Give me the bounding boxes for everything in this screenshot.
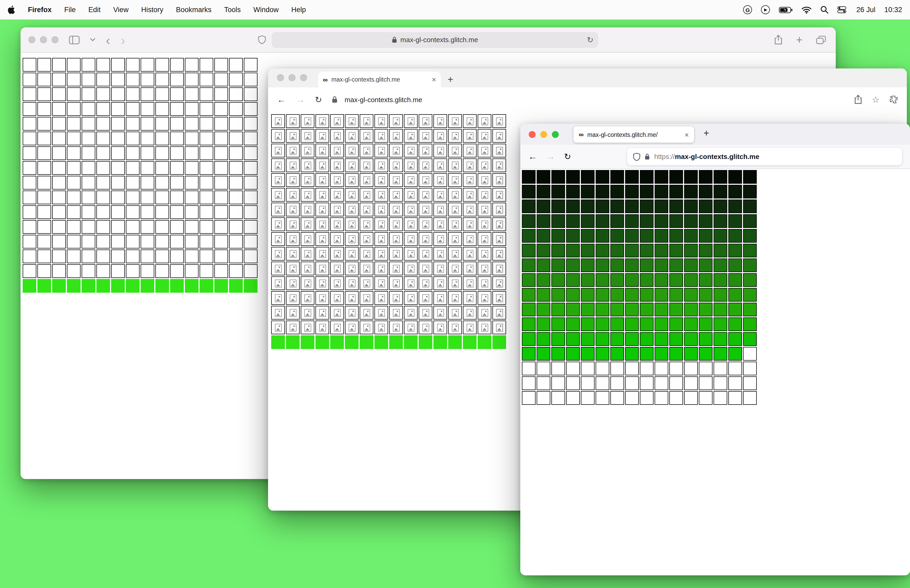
canvas-cell	[52, 176, 66, 189]
canvas-cell	[655, 347, 668, 360]
menu-item[interactable]: Tools	[224, 6, 241, 14]
forward-button[interactable]: ›	[121, 34, 125, 45]
menu-time[interactable]: 10:32	[884, 6, 902, 14]
now-playing-icon[interactable]	[761, 5, 770, 14]
zoom-window-button[interactable]	[300, 74, 307, 81]
broken-image-icon	[289, 250, 296, 258]
canvas-cell	[537, 185, 550, 199]
share-icon[interactable]	[774, 35, 782, 45]
minimize-window-button[interactable]	[40, 36, 47, 43]
forward-button[interactable]: →	[546, 152, 555, 161]
menu-item[interactable]: Window	[253, 6, 279, 14]
canvas-cell	[640, 303, 653, 317]
menu-item[interactable]: View	[113, 6, 128, 14]
privacy-shield-icon[interactable]	[258, 35, 266, 44]
canvas-cell	[419, 291, 432, 305]
apple-menu-icon[interactable]	[8, 5, 15, 14]
reload-button[interactable]: ↻	[315, 94, 322, 105]
canvas-cell	[714, 317, 727, 331]
back-button[interactable]: ←	[277, 95, 286, 104]
menu-item[interactable]: File	[64, 6, 76, 14]
tab-close-button[interactable]: ×	[432, 76, 436, 83]
canvas-cell	[433, 188, 447, 202]
tab-close-button[interactable]: ×	[685, 131, 689, 138]
url-field[interactable]: max-gl-contexts.glitch.me ↻	[272, 32, 598, 48]
broken-image-icon	[466, 147, 473, 155]
tracking-protection-shield-icon[interactable]	[633, 152, 641, 161]
new-tab-button[interactable]: +	[796, 34, 803, 45]
menu-app-name[interactable]: Firefox	[28, 6, 52, 14]
canvas-cell	[433, 173, 447, 187]
bookmark-star-icon[interactable]: ☆	[872, 94, 879, 105]
canvas-cell	[52, 279, 66, 293]
reload-button[interactable]: ↻	[564, 152, 571, 162]
broken-image-icon	[319, 205, 326, 213]
canvas-cell	[126, 176, 139, 189]
canvas-cell	[375, 291, 388, 305]
url-bar[interactable]: https:// max-gl-contexts.glitch.me	[627, 148, 902, 165]
chevron-down-icon[interactable]	[90, 38, 95, 42]
forward-button[interactable]: →	[296, 95, 305, 104]
close-window-button[interactable]	[28, 36, 35, 43]
close-window-button[interactable]	[277, 74, 284, 81]
menu-item[interactable]: Help	[291, 6, 306, 14]
canvas-cell	[655, 317, 668, 331]
control-center-icon[interactable]	[837, 6, 846, 13]
canvas-cell	[728, 244, 742, 257]
sidebar-icon[interactable]	[69, 36, 79, 44]
canvas-cell	[728, 185, 742, 199]
new-tab-button[interactable]: +	[703, 128, 709, 138]
canvas-cell	[96, 279, 110, 293]
share-icon[interactable]	[854, 95, 862, 104]
lock-icon[interactable]	[645, 153, 650, 160]
wifi-icon[interactable]	[802, 6, 811, 13]
zoom-window-button[interactable]	[52, 36, 58, 43]
canvas-cell	[301, 203, 314, 216]
back-button[interactable]: ‹	[106, 34, 110, 45]
canvas-cell	[155, 161, 169, 175]
grammarly-icon[interactable]: G	[743, 5, 752, 14]
broken-image-icon	[452, 117, 458, 125]
menu-item[interactable]: History	[141, 6, 163, 14]
canvas-cell	[214, 161, 228, 175]
browser-tab[interactable]: ∞ max-gl-contexts.glitch.me ×	[318, 72, 441, 87]
extensions-puzzle-icon[interactable]	[889, 95, 898, 104]
canvas-cell	[286, 173, 300, 187]
reload-button[interactable]: ↻	[587, 35, 593, 44]
battery-icon[interactable]	[779, 6, 792, 13]
menu-date[interactable]: 26 Jul	[856, 6, 875, 14]
canvas-cell	[478, 262, 491, 275]
canvas-cell	[714, 303, 727, 317]
back-button[interactable]: ←	[528, 152, 537, 161]
broken-image-icon	[363, 279, 370, 287]
broken-image-icon	[334, 191, 341, 199]
broken-image-icon	[275, 279, 281, 287]
canvas-cell	[23, 117, 36, 131]
canvas-cell	[610, 303, 624, 317]
new-tab-button[interactable]: +	[448, 75, 453, 84]
canvas-cell	[360, 232, 373, 246]
lock-icon[interactable]	[332, 96, 338, 103]
canvas-cell	[345, 321, 359, 334]
url-text[interactable]: max-gl-contexts.glitch.me	[345, 95, 422, 103]
menu-item[interactable]: Edit	[89, 6, 101, 14]
browser-tab[interactable]: ∞ max-gl-contexts.glitch.me/ ×	[574, 126, 694, 143]
minimize-window-button[interactable]	[289, 74, 296, 81]
menu-item[interactable]: Bookmarks	[176, 6, 212, 14]
broken-image-icon	[304, 265, 311, 272]
canvas-cell	[330, 232, 344, 246]
canvas-cell	[492, 217, 506, 231]
canvas-cell	[463, 217, 477, 231]
broken-image-icon	[481, 191, 488, 199]
canvas-cell	[52, 205, 66, 219]
canvas-cell	[67, 220, 81, 234]
canvas-cell	[655, 214, 668, 228]
canvas-cell	[23, 87, 36, 101]
spotlight-search-icon[interactable]	[821, 6, 828, 14]
tab-overview-icon[interactable]	[816, 36, 826, 44]
zoom-window-button[interactable]	[552, 131, 559, 138]
broken-image-icon	[496, 205, 503, 213]
canvas-cell	[155, 264, 169, 278]
minimize-window-button[interactable]	[540, 131, 547, 138]
close-window-button[interactable]	[529, 131, 535, 138]
